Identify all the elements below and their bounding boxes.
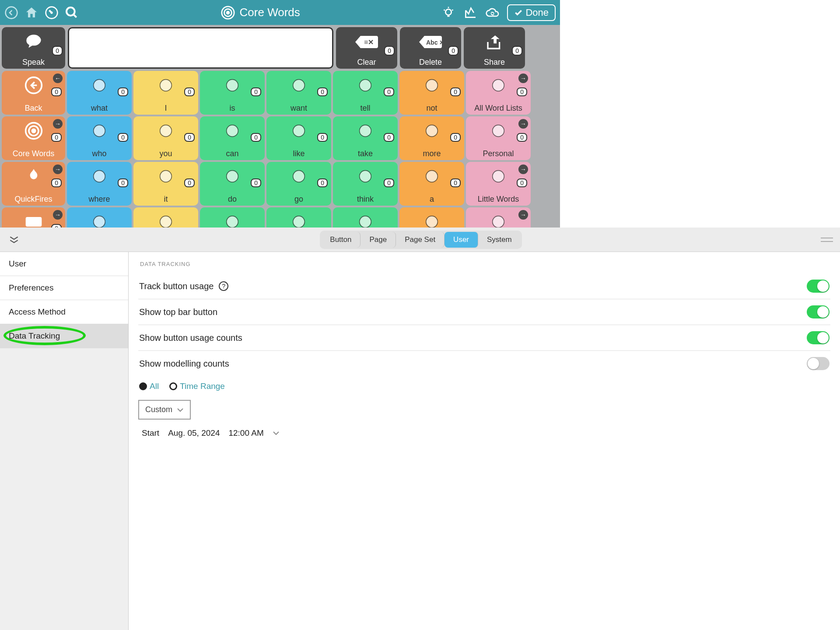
svg-point-2 [51,12,52,13]
svg-point-45 [360,216,371,228]
chart-icon[interactable] [463,6,477,20]
svg-point-35 [227,171,238,182]
radio-all[interactable]: All [139,382,159,391]
word-cell[interactable]: →0Little Words [466,162,531,206]
svg-point-42 [160,216,172,228]
gauge-icon[interactable] [45,6,59,20]
word-cell[interactable]: 0go [266,162,331,206]
word-cell[interactable]: 0tell [333,71,398,115]
clear-button[interactable]: ≡✕ 0 Clear [336,27,397,69]
sidebar-item-preferences[interactable]: Preferences [0,276,128,300]
track-button-usage-label: Track button usage [139,281,214,291]
section-label: DATA TRACKING [138,261,560,273]
search-icon[interactable] [65,6,79,20]
svg-point-27 [160,125,172,137]
svg-point-0 [6,7,18,18]
svg-point-29 [293,125,305,137]
word-cell[interactable]: 0like [266,116,331,160]
svg-point-3 [66,7,75,16]
sidebar-item-access-method[interactable]: Access Method [0,300,128,324]
tab-user[interactable]: User [444,232,478,248]
tab-page[interactable]: Page [360,232,396,248]
show-top-bar-label: Show top bar button [139,307,217,317]
svg-point-46 [426,216,438,228]
tab-system[interactable]: System [478,232,521,248]
word-cell[interactable]: 0more [399,116,464,160]
word-cell[interactable]: 0who [67,116,132,160]
sidebar-item-data-tracking[interactable]: Data Tracking [0,324,128,348]
delete-button[interactable]: Abc ✕ 0 Delete [400,27,461,69]
sidebar-cell[interactable]: ←0Back [2,71,65,115]
target-icon [220,5,235,20]
svg-point-34 [160,171,172,182]
svg-point-36 [293,171,305,182]
word-cell[interactable] [200,207,265,228]
word-cell[interactable]: 0what [67,71,132,115]
back-icon[interactable] [4,6,18,20]
sidebar-item-user[interactable]: User [0,252,128,276]
svg-point-20 [360,80,371,91]
svg-point-21 [426,80,438,91]
word-cell[interactable]: →0All Word Lists [466,71,531,115]
word-cell[interactable] [133,207,198,228]
svg-point-19 [293,80,305,91]
svg-point-17 [160,80,172,91]
sidebar-cell[interactable]: →0Core Words [2,116,65,160]
svg-point-22 [493,80,504,91]
message-input[interactable] [68,27,333,69]
sidebar-cell[interactable]: →0 [2,207,65,228]
svg-point-25 [32,129,35,132]
svg-rect-40 [25,217,42,227]
svg-point-39 [493,171,504,182]
svg-point-30 [360,125,371,137]
word-cell[interactable] [67,207,132,228]
word-cell[interactable] [266,207,331,228]
range-dropdown[interactable]: Custom [138,400,191,420]
tab-page-set[interactable]: Page Set [396,232,444,248]
word-cell[interactable]: 0I [133,71,198,115]
word-cell[interactable]: 0is [200,71,265,115]
collapse-icon[interactable] [0,235,28,244]
svg-point-32 [493,125,504,137]
word-cell[interactable]: 0it [133,162,198,206]
share-button[interactable]: 0 Share [464,27,525,69]
word-cell[interactable]: 0think [333,162,398,206]
radio-time-range[interactable]: Time Range [169,382,225,391]
svg-point-37 [360,171,371,182]
svg-point-16 [94,80,105,91]
help-icon[interactable]: ? [219,281,228,291]
cloud-sync-icon[interactable] [485,6,499,20]
word-cell[interactable]: 0want [266,71,331,115]
svg-text:Abc ✕: Abc ✕ [426,39,444,46]
svg-line-10 [444,10,445,10]
home-icon[interactable] [24,6,38,20]
show-counts-label: Show button usage counts [139,333,242,343]
speak-button[interactable]: 0 Speak [2,27,65,69]
word-cell[interactable] [333,207,398,228]
word-cell[interactable]: 0a [399,162,464,206]
word-cell[interactable]: 0take [333,116,398,160]
highlight-oval [4,326,86,345]
word-cell[interactable]: 0where [67,162,132,206]
svg-point-44 [293,216,305,228]
chevron-down-icon [177,407,184,413]
svg-point-47 [493,216,504,228]
svg-point-41 [94,216,105,228]
svg-point-33 [94,171,105,182]
word-cell[interactable]: → [466,207,531,228]
lightbulb-icon[interactable] [441,6,455,20]
svg-point-8 [446,9,452,15]
word-cell[interactable]: 0can [200,116,265,160]
svg-line-11 [452,10,453,10]
svg-point-43 [227,216,238,228]
word-cell[interactable]: & [399,207,464,228]
word-cell[interactable]: 0you [133,116,198,160]
done-button[interactable]: Done [507,4,556,21]
word-cell[interactable]: 0not [399,71,464,115]
word-cell[interactable]: →0Personal [466,116,531,160]
tab-button[interactable]: Button [321,232,360,248]
svg-point-18 [227,80,238,91]
svg-point-38 [426,171,438,182]
word-cell[interactable]: 0do [200,162,265,206]
sidebar-cell[interactable]: →0QuickFires [2,162,65,206]
